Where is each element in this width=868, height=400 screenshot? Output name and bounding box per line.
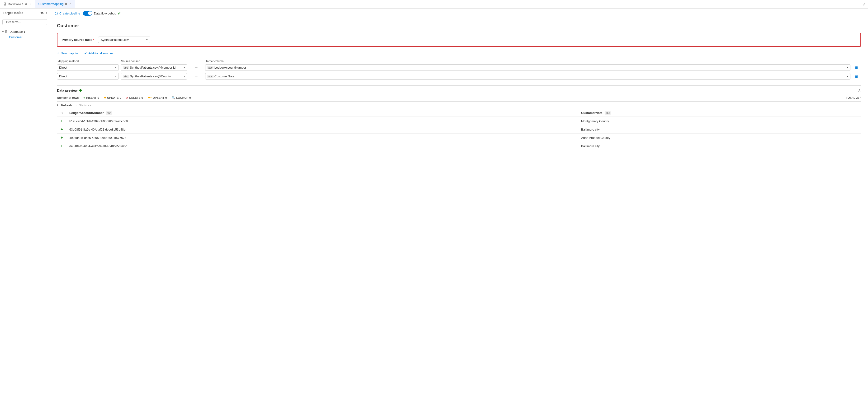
- row-insert-icon: +: [57, 134, 66, 142]
- upsert-value: 0: [165, 96, 167, 99]
- refresh-label: Refresh: [61, 103, 72, 107]
- tab-database1-close[interactable]: ✕: [29, 3, 32, 6]
- insert-label: INSERT: [86, 96, 96, 99]
- additional-sources-button[interactable]: ✔ Additional sources: [84, 52, 114, 55]
- tab-customer-mapping[interactable]: CustomerMapping ✕: [35, 0, 75, 8]
- debug-toggle[interactable]: [83, 11, 92, 16]
- new-mapping-button[interactable]: + New mapping: [57, 51, 80, 55]
- mapping-method-value-1: Direct: [59, 66, 67, 69]
- data-preview-title: Data preview: [57, 89, 82, 92]
- insert-plus-icon: +: [61, 119, 63, 123]
- primary-source-dropdown[interactable]: SyntheaPatients.csv ▾: [98, 37, 150, 43]
- mapping-target-header: Target column: [206, 60, 850, 63]
- preview-status-dot: [79, 89, 82, 92]
- abc-badge: abc: [207, 75, 214, 78]
- debug-label: Data flow debug: [94, 12, 116, 15]
- arrow-right-icon-1: →: [189, 65, 203, 70]
- table-row: + 4904d43b-d4c6-4395-85e9-fc021f577674 A…: [57, 134, 861, 142]
- additional-sources-label: Additional sources: [88, 52, 114, 55]
- target-column-dropdown-1[interactable]: abc LedgerAccountNumber ▾: [205, 64, 850, 71]
- source-column-dropdown-2[interactable]: abc SyntheaPatients.csv@County ▾: [121, 73, 187, 79]
- mapping-method-dropdown-2[interactable]: Direct ▾: [57, 73, 119, 79]
- chevron-down-icon: ▾: [146, 38, 148, 41]
- collapse-preview-button[interactable]: ∧: [858, 88, 861, 93]
- source-column-dropdown-1[interactable]: abc SyntheaPatients.csv@Member id ▾: [121, 64, 187, 71]
- statistics-button: ≡ Statistics: [76, 103, 91, 107]
- table-header-row: ↑↓ LedgerAccountNumber abc CustomerNote …: [57, 109, 861, 117]
- sidebar-header-icons: ≪ ‹: [40, 11, 47, 15]
- expand-icon[interactable]: ⤢: [863, 2, 868, 6]
- content-area: ⬡ Create pipeline Data flow debug ✔ Cust…: [50, 8, 868, 400]
- filter-input[interactable]: [2, 19, 47, 25]
- row-insert-icon: +: [57, 117, 66, 125]
- tab-database1[interactable]: 🗄 Database 1 ✕: [0, 0, 35, 8]
- total-value: 237: [856, 96, 861, 99]
- lookup-value: 0: [189, 96, 191, 99]
- insert-plus-icon: +: [61, 127, 63, 131]
- tab-customer-mapping-unsaved-dot: [65, 3, 67, 5]
- main-layout: Target tables ≪ ‹ ▾ 🗄 Database 1 Custome…: [0, 8, 868, 400]
- chevron-down-icon: ▾: [184, 66, 185, 69]
- insert-plus-icon: +: [61, 144, 63, 148]
- statistics-icon: ≡: [76, 103, 78, 107]
- debug-toggle-wrap: Data flow debug ✔: [83, 11, 121, 16]
- note-cell: Anne Arundel County: [578, 134, 861, 142]
- pipeline-icon: ⬡: [55, 11, 58, 16]
- total-label: TOTAL: [846, 96, 855, 99]
- tab-customer-mapping-label: CustomerMapping: [38, 2, 64, 6]
- data-preview-title-text: Data preview: [57, 89, 78, 92]
- ledger-account-header[interactable]: LedgerAccountNumber abc: [66, 109, 578, 117]
- abc-badge: abc: [123, 66, 129, 69]
- chevron-down-icon: ▾: [847, 75, 848, 78]
- source-column-value-1: SyntheaPatients.csv@Member id: [130, 66, 176, 69]
- mapping-method-dropdown-1[interactable]: Direct ▾: [57, 64, 119, 71]
- rows-label: Number of rows: [57, 96, 79, 99]
- row-insert-icon: +: [57, 142, 66, 150]
- sidebar-database-label: Database 1: [9, 30, 25, 33]
- stat-upsert: ✱+ UPSERT 0: [148, 96, 167, 99]
- target-column-dropdown-2[interactable]: abc CustomerNote ▾: [205, 73, 850, 79]
- stats-row: Number of rows + INSERT 0 ✱ UPDATE 0 ✕ D…: [57, 94, 861, 102]
- required-asterisk: *: [93, 38, 94, 41]
- data-preview-header: Data preview ∧: [57, 86, 861, 94]
- sidebar-item-customer[interactable]: Customer: [2, 34, 47, 40]
- refresh-button[interactable]: ↻ Refresh: [57, 103, 72, 107]
- arrow-right-icon-2: →: [189, 74, 203, 79]
- mapping-row-2: Direct ▾ abc SyntheaPatients.csv@County …: [57, 73, 861, 79]
- customer-note-header[interactable]: CustomerNote abc: [578, 109, 861, 117]
- tab-bar: 🗄 Database 1 ✕ CustomerMapping ✕ ⤢: [0, 0, 868, 8]
- update-icon: ✱: [104, 96, 106, 99]
- update-label: UPDATE: [107, 96, 119, 99]
- ledger-cell: 63e08f91-8a9e-40fe-af02-dcee8c53d48e: [66, 125, 578, 134]
- note-cell: Baltimore city: [578, 125, 861, 134]
- chevron-icon[interactable]: ‹: [45, 11, 47, 15]
- delete-row-2-button[interactable]: 🗑: [852, 74, 861, 78]
- primary-source-value: SyntheaPatients.csv: [101, 38, 129, 41]
- delete-row-1-button[interactable]: 🗑: [852, 66, 861, 70]
- tab-customer-mapping-close[interactable]: ✕: [69, 2, 71, 5]
- sidebar-section: ▾ 🗄 Database 1 Customer: [0, 27, 50, 42]
- stat-insert: + INSERT 0: [83, 96, 99, 99]
- refresh-icon: ↻: [57, 103, 60, 107]
- target-column-value-2: CustomerNote: [214, 74, 235, 78]
- row-insert-icon: +: [57, 125, 66, 134]
- create-pipeline-button[interactable]: ⬡ Create pipeline: [55, 11, 80, 16]
- mapping-header: Mapping method Source column Target colu…: [57, 60, 861, 63]
- stat-lookup: 🔍 LOOKUP 0: [172, 96, 191, 99]
- tab-database1-unsaved-dot: [25, 3, 27, 5]
- sidebar-database1[interactable]: ▾ 🗄 Database 1: [2, 29, 47, 34]
- collapse-icon[interactable]: ≪: [40, 11, 44, 15]
- abc-badge: abc: [123, 75, 129, 78]
- lookup-icon: 🔍: [172, 96, 175, 99]
- mapping-row-1: Direct ▾ abc SyntheaPatients.csv@Member …: [57, 64, 861, 71]
- update-value: 0: [120, 96, 121, 99]
- lookup-label: LOOKUP: [176, 96, 188, 99]
- check-icon: ✔: [84, 52, 87, 55]
- sidebar-title: Target tables: [3, 11, 23, 15]
- statistics-label: Statistics: [79, 103, 91, 107]
- page-title: Customer: [57, 23, 861, 29]
- chevron-down-icon: ▾: [115, 75, 117, 78]
- stat-update: ✱ UPDATE 0: [104, 96, 121, 99]
- note-cell: Montgomery County: [578, 117, 861, 125]
- stat-total: TOTAL 237: [846, 96, 861, 99]
